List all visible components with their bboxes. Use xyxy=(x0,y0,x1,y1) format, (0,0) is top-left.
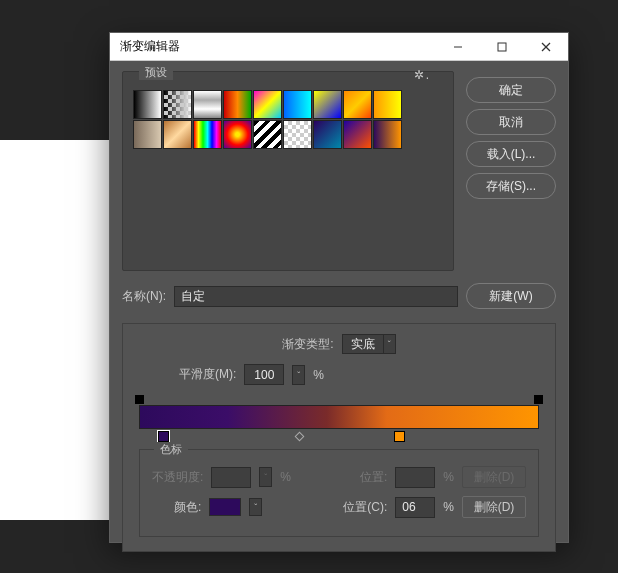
preset-swatches xyxy=(133,90,443,149)
preset-swatch[interactable] xyxy=(253,90,282,119)
chevron-down-icon[interactable]: ˇ xyxy=(249,498,262,516)
preset-swatch[interactable] xyxy=(223,90,252,119)
midpoint-diamond[interactable] xyxy=(295,432,305,442)
preset-swatch[interactable] xyxy=(373,90,402,119)
smoothness-label: 平滑度(M): xyxy=(179,366,236,383)
preset-swatch[interactable] xyxy=(193,90,222,119)
preset-swatch[interactable] xyxy=(163,120,192,149)
color-pos-unit: % xyxy=(443,500,454,514)
color-pos-label: 位置(C): xyxy=(343,499,387,516)
preset-swatch[interactable] xyxy=(163,90,192,119)
color-pos-input[interactable] xyxy=(395,497,435,518)
opacity-stop-track[interactable] xyxy=(139,395,539,405)
opacity-pos-unit: % xyxy=(443,470,454,484)
load-button[interactable]: 载入(L)... xyxy=(466,141,556,167)
gradient-editor-panel: 渐变类型: 实底 ˇ 平滑度(M): ˇ % xyxy=(122,323,556,552)
preset-swatch[interactable] xyxy=(343,120,372,149)
color-delete-button[interactable]: 删除(D) xyxy=(462,496,526,518)
preset-swatch[interactable] xyxy=(313,120,342,149)
maximize-button[interactable] xyxy=(480,33,524,61)
preset-swatch[interactable] xyxy=(313,90,342,119)
new-button[interactable]: 新建(W) xyxy=(466,283,556,309)
presets-panel: 预设 ✲. xyxy=(122,71,454,271)
color-stop[interactable] xyxy=(158,431,169,442)
name-input[interactable] xyxy=(174,286,458,307)
opacity-stop[interactable] xyxy=(135,395,144,404)
preset-swatch[interactable] xyxy=(283,90,312,119)
save-button[interactable]: 存储(S)... xyxy=(466,173,556,199)
titlebar[interactable]: 渐变编辑器 xyxy=(110,33,568,61)
color-stop-track[interactable] xyxy=(139,429,539,443)
chevron-down-icon: ˇ xyxy=(259,467,272,487)
svg-rect-1 xyxy=(498,43,506,51)
color-chip[interactable] xyxy=(209,498,241,516)
preset-swatch[interactable] xyxy=(343,90,372,119)
window-title: 渐变编辑器 xyxy=(120,38,436,55)
preset-swatch[interactable] xyxy=(373,120,402,149)
ok-button[interactable]: 确定 xyxy=(466,77,556,103)
opacity-delete-button: 删除(D) xyxy=(462,466,526,488)
gradient-bar[interactable] xyxy=(139,405,539,429)
color-label: 颜色: xyxy=(174,499,201,516)
type-select[interactable]: 实底 ˇ xyxy=(342,334,396,354)
smoothness-unit: % xyxy=(313,368,324,382)
gradient-editor-dialog: 渐变编辑器 预设 ✲. 确定 取消 载入(L)... 存储(S)... 名称(N… xyxy=(109,32,569,543)
opacity-label: 不透明度: xyxy=(152,469,203,486)
smoothness-input[interactable] xyxy=(244,364,284,385)
chevron-down-icon: ˇ xyxy=(383,335,395,353)
opacity-pos-input xyxy=(395,467,435,488)
preset-swatch[interactable] xyxy=(283,120,312,149)
opacity-unit: % xyxy=(280,470,291,484)
stops-panel: 色标 不透明度: ˇ % 位置: % 删除(D) 颜色: ˇ xyxy=(139,449,539,537)
preset-swatch[interactable] xyxy=(133,90,162,119)
opacity-stop[interactable] xyxy=(534,395,543,404)
type-label: 渐变类型: xyxy=(282,336,333,353)
chevron-down-icon[interactable]: ˇ xyxy=(292,365,305,385)
opacity-pos-label: 位置: xyxy=(360,469,387,486)
name-label: 名称(N): xyxy=(122,288,166,305)
preset-swatch[interactable] xyxy=(193,120,222,149)
minimize-button[interactable] xyxy=(436,33,480,61)
gear-icon[interactable]: ✲. xyxy=(414,68,429,82)
preset-swatch[interactable] xyxy=(253,120,282,149)
cancel-button[interactable]: 取消 xyxy=(466,109,556,135)
presets-title: 预设 xyxy=(139,65,173,80)
stops-title: 色标 xyxy=(154,442,188,457)
close-button[interactable] xyxy=(524,33,568,61)
color-stop[interactable] xyxy=(394,431,405,442)
preset-swatch[interactable] xyxy=(223,120,252,149)
preset-swatch[interactable] xyxy=(133,120,162,149)
opacity-input xyxy=(211,467,251,488)
